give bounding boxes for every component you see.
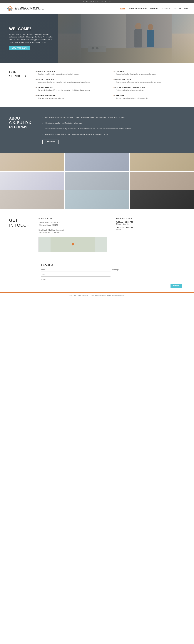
name-input[interactable]: [41, 268, 111, 272]
phone-text: CALL US: 07939 423827 / 07446 145647: [82, 1, 112, 2]
gallery-item[interactable]: [0, 190, 64, 208]
hero-section: WELCOME! We specialize in loft conversio…: [0, 14, 194, 63]
svg-rect-5: [9, 9, 9, 10]
footer-text: © 2023 by C.K. Build & Reforms.All Right…: [69, 295, 125, 296]
email-input[interactable]: [41, 273, 111, 276]
gallery-image-7: [0, 190, 64, 208]
gallery-image-9: [130, 190, 194, 208]
gallery-item[interactable]: [65, 190, 129, 208]
service-kitchen-header: › KITCHEN REMODEL: [35, 86, 107, 88]
service-loft: › LOFT CONVERSIONS Transform your loft o…: [35, 70, 107, 75]
address-line1: Knights cottage, Colne Engaine,: [38, 221, 107, 224]
service-design-desc: We draw up plans for you ahead of time, …: [113, 81, 185, 83]
gallery-item[interactable]: [130, 153, 194, 171]
gallery-image-1: [0, 153, 64, 171]
hours-row-weekday: 7:00 AM - 10:00 PM Monday - Saturday: [116, 221, 185, 225]
services-title-text: OUR SERVICES: [9, 70, 29, 78]
gallery-item[interactable]: [65, 153, 129, 171]
hours-row-sunday: 10:00 AM - 6:00 PM Sunday: [116, 227, 185, 230]
hero-title: WELCOME!: [9, 26, 53, 31]
service-design-title: DESIGN SERVICES: [114, 78, 131, 80]
service-bathroom: › BATHROOM REMODEL Relax and enjoy a bra…: [35, 94, 107, 99]
map-placeholder: [38, 237, 107, 252]
services-heading: OUR SERVICES: [9, 70, 29, 99]
address-tel: Tel: 07939 423827 / 07446 145647: [38, 232, 107, 234]
contact-form: [41, 268, 182, 282]
submit-button[interactable]: SUBMIT: [171, 284, 182, 288]
gallery-image-6: [130, 172, 194, 190]
svg-rect-4: [9, 10, 10, 11]
nav-gallery[interactable]: GALLERY: [173, 8, 181, 10]
service-boiler-header: › BOILER & HEATING INSTALLATION: [113, 86, 185, 88]
form-right-col: [112, 268, 182, 282]
service-loft-header: › LOFT CONVERSIONS: [35, 70, 107, 72]
top-bar: CALL US: 07939 423827 / 07446 145647: [0, 0, 194, 3]
service-kitchen-desc: You spend a lot of your life in your kit…: [35, 89, 107, 91]
service-plumbing-title: PLUMBING: [114, 70, 124, 72]
nav-services[interactable]: SERVICES: [162, 8, 170, 10]
about-title-text: ABOUT C.K. BUILD & REFORMS: [9, 116, 33, 129]
logo-icon: [6, 5, 14, 12]
subject-input[interactable]: [41, 278, 111, 282]
service-extensions-header: › HOME EXTENSIONS: [35, 78, 107, 80]
service-carpentry-desc: Carpentry specialists that work to fit y…: [113, 97, 185, 99]
service-chevron-icon: ›: [35, 70, 35, 72]
service-plumbing-header: › PLUMBING: [113, 70, 185, 72]
weekday-time: 7:00 AM - 10:00 PM: [116, 221, 185, 223]
about-bullet-2: All tradesmen are fully qualified to the…: [42, 122, 131, 125]
about-content: A family established business with over …: [42, 116, 131, 144]
svg-rect-6: [10, 9, 11, 10]
service-extensions-title: HOME EXTENSIONS: [36, 78, 54, 80]
gallery-item[interactable]: [130, 190, 194, 208]
service-kitchen-title: KITCHEN REMODEL: [36, 86, 54, 88]
service-extensions-desc: A great, cost-effective way of gaining m…: [35, 81, 107, 83]
nav-home[interactable]: HOME: [120, 8, 125, 10]
address-heading: OUR ADDRESS: [38, 218, 107, 220]
nav-about[interactable]: ABOUT US: [150, 8, 159, 10]
gallery-grid: [0, 153, 194, 208]
gallery-item[interactable]: [130, 172, 194, 190]
contact-section: GET IN TOUCH OUR ADDRESS Knights cottage…: [0, 208, 194, 261]
learn-more-button[interactable]: LEARN MORE: [42, 140, 58, 144]
service-chevron-icon: ›: [35, 78, 35, 80]
message-textarea[interactable]: [112, 268, 182, 280]
about-heading: ABOUT C.K. BUILD & REFORMS: [9, 116, 33, 129]
service-chevron-icon: ›: [113, 86, 114, 88]
opening-hours: OPENING HOURS 7:00 AM - 10:00 PM Monday …: [116, 218, 185, 252]
gallery-image-2: [65, 153, 129, 171]
service-boiler-desc: Professional level installation guarante…: [113, 89, 185, 91]
service-chevron-icon: ›: [35, 86, 35, 88]
gallery-item[interactable]: [0, 172, 64, 190]
nav-terms[interactable]: TERMS & CONDITIONS: [128, 8, 147, 10]
form-heading: CONTACT US: [41, 264, 182, 266]
about-bullets: A family established business with over …: [42, 116, 131, 136]
sunday-days: Sunday: [116, 229, 185, 230]
contact-form-section: CONTACT US SUBMIT: [0, 261, 194, 292]
service-design-header: › DESIGN SERVICES: [113, 78, 185, 80]
about-bullet-3: Specialists across the industry in every…: [42, 128, 131, 131]
get-quote-button[interactable]: GET A FREE QUOTE: [9, 46, 30, 50]
svg-marker-0: [7, 6, 12, 9]
hero-content: WELCOME! We specialize in loft conversio…: [0, 26, 53, 50]
services-section: OUR SERVICES › LOFT CONVERSIONS Transfor…: [0, 63, 194, 107]
gallery-item[interactable]: [65, 172, 129, 190]
about-bullet-1: A family established business with over …: [42, 116, 131, 120]
hours-heading: OPENING HOURS: [116, 218, 185, 220]
service-plumbing: › PLUMBING We can handle all of the plum…: [113, 70, 185, 75]
form-left-col: [41, 268, 111, 282]
service-boiler-title: BOILER & HEATING INSTALLATION: [114, 86, 145, 88]
service-chevron-icon: ›: [113, 94, 114, 96]
service-chevron-icon: ›: [35, 94, 35, 96]
service-extensions: › HOME EXTENSIONS A great, cost-effectiv…: [35, 78, 107, 83]
nav-more[interactable]: More: [184, 8, 188, 10]
weekday-days: Monday - Saturday: [116, 223, 185, 225]
logo: C.K. BUILD & REFORMS WE TURN YOUR IDEAS …: [6, 5, 44, 12]
contact-heading: GET IN TOUCH: [9, 218, 29, 252]
service-loft-title: LOFT CONVERSIONS: [36, 70, 55, 72]
contact-address: OUR ADDRESS Knights cottage, Colne Engai…: [38, 218, 107, 252]
service-carpentry: › CARPENTRY Carpentry specialists that w…: [113, 94, 185, 99]
gallery-image-8: [65, 190, 129, 208]
gallery-item[interactable]: [0, 153, 64, 171]
service-chevron-icon: ›: [113, 70, 114, 72]
service-bathroom-desc: Relax and enjoy a brand new bathroom.: [35, 97, 107, 99]
